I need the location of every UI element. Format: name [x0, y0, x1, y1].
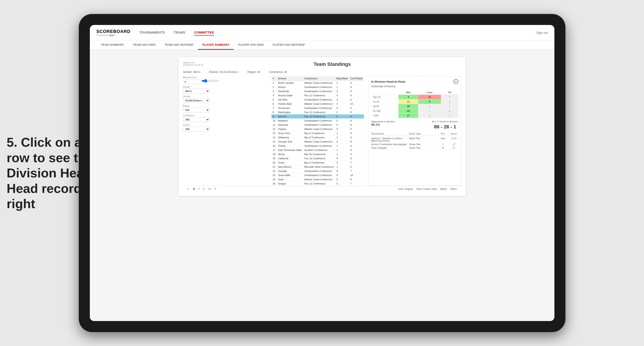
school-select[interactable]: (All) — [183, 127, 210, 132]
logo-title: SCOREBOARD — [96, 29, 130, 34]
table-row[interactable]: 16 Florida Southeastern Conference 7 9 2… — [272, 144, 364, 148]
conference-select[interactable]: (All) — [183, 117, 210, 122]
table-row[interactable]: 2 Auburn Southeastern Conference 1 9 27 … — [272, 85, 364, 89]
h2h-tournaments: Tournament Event Type Pos Score Jackson … — [371, 133, 458, 150]
sign-out[interactable]: Sign out — [533, 31, 548, 34]
table-row[interactable]: 10 Alabama Southeastern Conference 5 8 2… — [272, 119, 364, 123]
col-school: School — [277, 76, 303, 81]
table-row[interactable]: 21 New Mexico Mountain West Conference 1… — [272, 165, 364, 169]
h2h-col-range — [371, 90, 399, 95]
tablet-screen: SCOREBOARD Powered by clippd TOURNAMENTS… — [90, 25, 554, 321]
table-row[interactable]: 14 Oklahoma Big 12 Conference 3 9 26 2 — [272, 136, 364, 140]
update-time-label: Update time: — [183, 61, 203, 64]
gender-filter-label: Gender — [183, 86, 267, 88]
table-row[interactable]: 25 Oregon Pac-12 Conference 5 7 21 0 — [272, 182, 364, 186]
table-row[interactable]: 22 Georgia Southeastern Conference 8 7 2… — [272, 169, 364, 173]
h2h-col-loss: Loss — [418, 90, 441, 95]
col-reg-rank: Reg Rank — [335, 76, 349, 81]
h2h-row: 26-50 25 2 1 — [371, 104, 458, 109]
sub-nav: TEAM SUMMARY TEAM H2H GRID TEAM H2H HEAT… — [90, 40, 554, 50]
toolbar-right: View: Original Save Custom View Watch Sh… — [398, 187, 457, 190]
division-select[interactable]: NCAA Division I — [183, 98, 210, 103]
division-filter-label: Division — [183, 95, 267, 98]
region-select[interactable]: N/A — [183, 108, 210, 112]
table-row[interactable]: 15 Georgia Tech Atlantic Coast Conferenc… — [272, 140, 364, 144]
standings-table-wrapper: # School Conference Reg Rank Conf Rank R… — [272, 76, 364, 186]
toolbar-paste[interactable]: +⎘ — [208, 187, 211, 190]
filter-division: Division: NCAA Division I — [209, 70, 238, 74]
nav-committee[interactable]: COMMITTEE — [194, 29, 214, 36]
subnav-player-h2h-heatmap[interactable]: PLAYER H2H HEATMAP — [268, 40, 309, 50]
table-row[interactable]: 17 East Tennessee State Southern Confere… — [272, 148, 364, 152]
h2h-wlt-value: 86 - 26 - 1 — [432, 124, 458, 130]
toolbar-save-custom-view[interactable]: Save Custom View — [416, 187, 437, 190]
card-title: Team Standings — [314, 61, 351, 67]
gender-filter-block: Gender Men's — [183, 86, 267, 93]
table-row[interactable]: 8 Washington Pac-12 Conference 2 8 23 1 — [272, 110, 364, 114]
tournament-row: Jackson T. Stephens Cup Men's Match-Play… — [371, 137, 458, 143]
bottom-toolbar: ↩ ◀ ↪ ⎘ +⎘ ⏱ View: Original Save Custom … — [183, 186, 461, 191]
toolbar-copy[interactable]: ⎘ — [203, 187, 205, 190]
toolbar-view-original[interactable]: View: Original — [398, 187, 413, 190]
filter-conference-value: All — [284, 70, 287, 74]
logo: SCOREBOARD Powered by clippd — [96, 29, 130, 36]
filter-division-value: NCAA Division I — [220, 70, 239, 74]
toolbar-watch[interactable]: Watch — [440, 187, 447, 190]
gender-select[interactable]: Men's — [183, 89, 210, 93]
table-row[interactable]: 18 Illinois Big Ten Conference 1 9 23 3 — [272, 152, 364, 157]
h2h-opponents-value: 99.1% — [371, 123, 395, 126]
table-row[interactable]: 4 Arizona State Pac-12 Conference 4 6 26… — [272, 93, 364, 98]
subnav-player-summary[interactable]: PLAYER SUMMARY — [198, 40, 234, 50]
region-filter-label: Region — [183, 105, 267, 107]
h2h-opponents-block: Opponents in division: 99.1% — [371, 120, 395, 131]
nav-tournaments[interactable]: TOURNAMENTS — [139, 29, 165, 36]
table-row[interactable]: 7 Tennessee Southeastern Conference 4 6 … — [272, 106, 364, 110]
table-header-row: # School Conference Reg Rank Conf Rank R… — [272, 76, 364, 81]
conference-filter-block: Conference (All) — [183, 114, 267, 122]
top-nav-links: TOURNAMENTS TEAMS COMMITTEE — [139, 29, 533, 36]
table-row[interactable]: 19 California Pac-12 Conference 4 8 24 2 — [272, 157, 364, 161]
table-row[interactable]: 12 Virginia Atlantic Coast Conference 3 … — [272, 127, 364, 131]
subnav-player-h2h-grid[interactable]: PLAYER H2H GRID — [234, 40, 268, 50]
toolbar-time[interactable]: ⏱ — [214, 187, 216, 190]
toolbar-left: ↩ ◀ ↪ ⎘ +⎘ ⏱ — [188, 187, 216, 190]
top-nav: SCOREBOARD Powered by clippd TOURNAMENTS… — [90, 25, 554, 40]
table-row[interactable]: 11 Arkansas Southeastern Conference 6 8 … — [272, 123, 364, 127]
table-row[interactable]: 3 Vanderbilt Southeastern Conference 2 8… — [272, 89, 364, 93]
min-rounds-input[interactable] — [183, 80, 201, 84]
h2h-opponents-label: Opponents in division: — [371, 120, 395, 123]
toolbar-share[interactable]: Share — [450, 187, 456, 190]
col-rank: # — [272, 76, 277, 81]
table-row[interactable]: 5 Ole Miss Southeastern Conference 3 6 1… — [272, 98, 364, 102]
filter-division-label: Division: — [209, 70, 219, 74]
table-row[interactable]: 24 Duke Atlantic Coast Conference 5 9 27… — [272, 177, 364, 182]
h2h-panel: In Division Head-to-Head ✕ University of… — [368, 76, 461, 186]
logo-brand: clippd — [108, 34, 114, 36]
tournament-row: Cabo Collegiate Stroke Play 11 17 — [371, 146, 458, 150]
toolbar-redo[interactable]: ↪ — [198, 187, 200, 190]
table-row[interactable]: 1 North Carolina Atlantic Coast Conferen… — [272, 81, 364, 85]
filter-conference-label: Conference: — [269, 70, 284, 74]
h2h-row: 11-25 11 8 0 — [371, 99, 458, 104]
min-rounds-slider[interactable] — [202, 79, 219, 83]
tourn-col-score: Score — [450, 133, 458, 135]
table-row[interactable]: 23 Texas A&M Southeastern Conference 9 1… — [272, 173, 364, 177]
h2h-col-tie: Tie — [441, 90, 458, 95]
h2h-close-button[interactable]: ✕ — [454, 79, 458, 84]
subnav-team-h2h-grid[interactable]: TEAM H2H GRID — [128, 40, 160, 50]
standings-table: # School Conference Reg Rank Conf Rank R… — [272, 76, 364, 186]
division-filter-block: Division NCAA Division I — [183, 95, 267, 103]
toolbar-step-back[interactable]: ◀ — [193, 187, 194, 190]
school-filter-label: School — [183, 124, 267, 126]
table-row[interactable]: 9 Arizona Pac-12 Conference 5 8 22 2 — [272, 114, 364, 119]
table-row[interactable]: 20 Texas Big 12 Conference 3 7 20 2 — [272, 161, 364, 165]
school-filter-block: School (All) — [183, 124, 267, 132]
logo-sub: Powered by clippd — [96, 34, 130, 36]
subnav-team-summary[interactable]: TEAM SUMMARY — [96, 40, 129, 50]
table-row[interactable]: 13 Texas Tech Big 12 Conference 1 9 27 2 — [272, 131, 364, 136]
subnav-team-h2h-heatmap[interactable]: TEAM H2H HEATMAP — [160, 40, 198, 50]
table-row[interactable]: 6 Florida State Atlantic Coast Conferenc… — [272, 102, 364, 106]
nav-teams[interactable]: TEAMS — [174, 29, 186, 36]
filter-conference: Conference: All — [269, 70, 287, 74]
toolbar-undo[interactable]: ↩ — [188, 187, 189, 190]
